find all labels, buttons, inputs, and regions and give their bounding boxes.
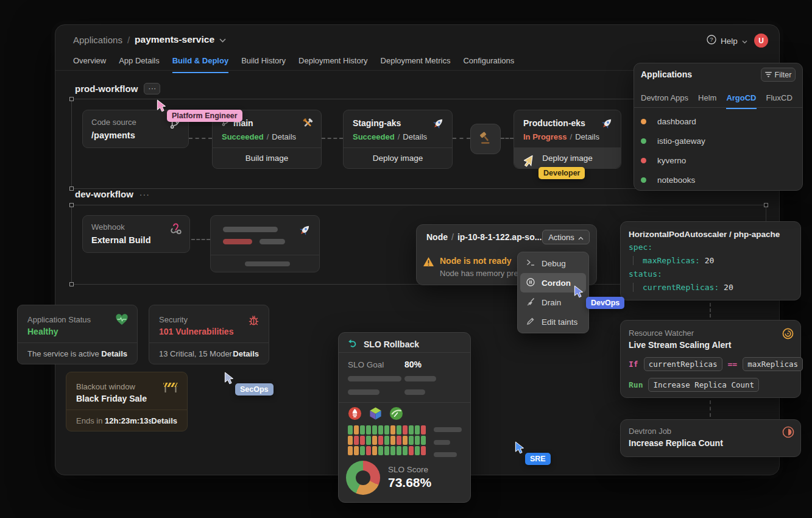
help-label: Help (721, 37, 738, 46)
canvas-handle[interactable] (69, 186, 74, 191)
skeleton-bar (348, 376, 401, 381)
status-separator: / (267, 132, 269, 141)
spiral-icon (782, 327, 794, 342)
slo-goal-value: 80% (404, 360, 422, 369)
slo-grid-cell (372, 436, 377, 445)
slo-grid-cell (421, 436, 426, 445)
actions-button[interactable]: Actions (542, 230, 590, 244)
app-list-item[interactable]: kyverno (641, 152, 793, 168)
skeleton-bar (259, 239, 285, 244)
broom-icon (526, 297, 535, 308)
bug-icon (247, 314, 260, 329)
role-badge-devops: DevOps (586, 297, 624, 309)
slo-score-label: SLO Score (388, 465, 428, 474)
yaml-value: 20 (705, 256, 715, 265)
job-title: Increase Replica Count (629, 438, 723, 448)
menu-item-label: Edit taints (542, 318, 577, 327)
watcher-run-row: Run Increase Replica Count (629, 378, 759, 392)
slo-grid-cell (366, 446, 371, 455)
application-status-card[interactable]: Application Status Healthy The service i… (17, 305, 138, 364)
breadcrumb-app-name[interactable]: payments-service (135, 34, 214, 45)
app-list-item[interactable]: notebooks (641, 172, 793, 188)
yaml-key: spec: (629, 243, 652, 252)
barrier-icon (163, 381, 178, 396)
tab-app-details[interactable]: App Details (119, 56, 159, 73)
build-details-link[interactable]: Details (272, 132, 296, 141)
skeleton-stage-card[interactable] (210, 215, 320, 272)
details-link[interactable]: Details (151, 416, 177, 425)
details-link[interactable]: Details (101, 349, 127, 358)
help-menu[interactable]: ? Help (707, 35, 747, 47)
gavel-icon (478, 130, 493, 147)
menu-item-debug[interactable]: Debug (520, 254, 586, 273)
webhook-name: External Build (91, 235, 181, 245)
tab-configurations[interactable]: Configurations (463, 56, 514, 73)
chevron-up-icon (578, 233, 584, 242)
build-status: Succeeded (222, 132, 264, 141)
tab-deployment-history[interactable]: Deployment History (298, 56, 367, 73)
filter-button[interactable]: Filter (761, 68, 796, 82)
slo-grid-cell (348, 446, 353, 455)
countdown: 12h:23m:13s (105, 416, 151, 425)
yaml-key: status: (629, 269, 662, 279)
pencil-icon (526, 317, 535, 327)
dev-workflow-more-button[interactable]: ··· (139, 190, 150, 199)
operator: == (728, 360, 738, 369)
canvas-handle[interactable] (764, 203, 768, 207)
status-separator: / (570, 132, 573, 141)
donut-hole (356, 470, 370, 485)
watcher-title: Live Stream Scaling Alert (629, 340, 731, 350)
slo-goal-label: SLO Goal (348, 360, 384, 369)
card-footer: Ends in 12h:23m:13s Details (66, 410, 187, 431)
avatar[interactable]: U (754, 34, 768, 48)
breadcrumb-section[interactable]: Applications (73, 35, 122, 45)
tab-build-history[interactable]: Build History (241, 56, 286, 73)
yaml-key: currentReplicas: (643, 283, 719, 292)
condition-left-chip[interactable]: currentReplicas (644, 357, 722, 371)
skeleton-bar (434, 452, 457, 457)
prod-workflow-header: prod-workflow ··· (75, 83, 160, 94)
menu-item-edit-taints[interactable]: Edit taints (520, 312, 586, 332)
tab-deployment-metrics[interactable]: Deployment Metrics (381, 56, 451, 73)
rocket-icon (432, 117, 445, 132)
prod-workflow-more-button[interactable]: ··· (144, 83, 160, 94)
canvas-handle[interactable] (69, 282, 74, 286)
production-details-link[interactable]: Details (575, 132, 599, 141)
staging-stage-card[interactable]: Staging-aks Succeeded / Details Deploy i… (343, 110, 453, 169)
hpa-panel-title: HorizontalPodAutoscaler / php-apache (629, 230, 780, 239)
condition-right-chip[interactable]: maxReplicas (743, 357, 803, 371)
slo-grid-cell (354, 436, 359, 445)
yaml-value: 20 (724, 283, 733, 292)
node-kind: Node (426, 232, 448, 242)
approval-gate[interactable] (470, 124, 501, 154)
slo-grid-cell (384, 436, 389, 445)
if-keyword: If (629, 360, 638, 369)
staging-name: Staging-aks (353, 118, 401, 128)
divider (339, 402, 470, 403)
webhook-card[interactable]: Webhook External Build (82, 215, 190, 253)
actions-label: Actions (548, 233, 574, 242)
canvas-handle[interactable] (69, 203, 74, 207)
slo-grid-cell (360, 436, 365, 445)
node-title: Node / ip-10-8-1-122.ap-so... (426, 232, 542, 242)
chevron-down-icon (742, 35, 747, 46)
run-action-chip[interactable]: Increase Replica Count (648, 378, 759, 392)
breadcrumb-separator: / (127, 35, 130, 45)
app-list-item[interactable]: istio-gateway (641, 133, 793, 149)
slo-grid-cell (409, 425, 414, 435)
staging-action-button[interactable]: Deploy image (344, 147, 452, 168)
tab-overview[interactable]: Overview (73, 56, 106, 73)
blackout-window-card[interactable]: Blackout window Black Friday Sale Ends i… (66, 372, 188, 431)
card-footer: 13 Critical, 15 Modera... Details (149, 342, 269, 364)
details-link[interactable]: Details (233, 349, 259, 358)
chevron-down-icon[interactable] (219, 34, 226, 45)
security-card[interactable]: Security 101 Vulnerabilities 13 Critical… (149, 305, 269, 364)
cursor-developer (524, 155, 536, 171)
menu-item-label: Drain (542, 298, 561, 307)
tab-build-deploy[interactable]: Build & Deploy (172, 56, 228, 73)
canvas-handle[interactable] (69, 97, 74, 101)
app-list-item[interactable]: dashboard (641, 113, 793, 129)
build-action-button[interactable]: Build image (213, 147, 321, 168)
card-label: Blackout window (76, 382, 135, 391)
staging-details-link[interactable]: Details (403, 132, 427, 141)
